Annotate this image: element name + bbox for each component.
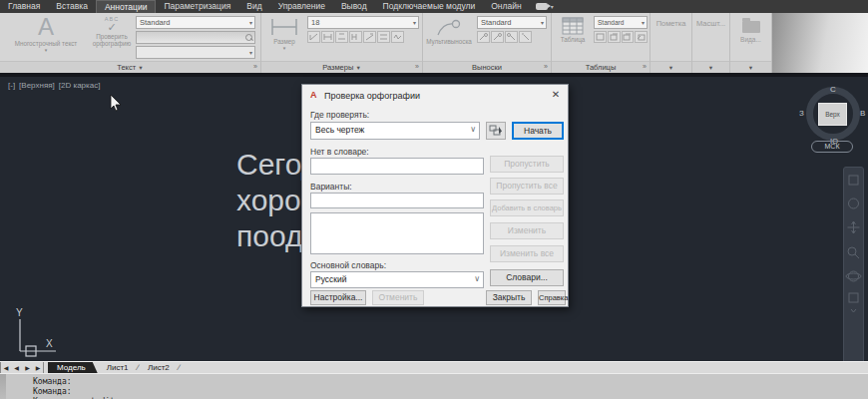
panel-markup-footer[interactable]: ▼ [651,61,691,73]
dim-tool-button[interactable] [377,31,390,43]
suggestions-listbox[interactable] [310,212,484,254]
tab-model[interactable]: Модель [48,362,98,373]
tab-layout1[interactable]: Лист1 [98,362,138,373]
ignore-button[interactable]: Пропустить [490,156,564,173]
panel-dimensions-footer[interactable]: Размеры ▼ » [261,61,422,73]
panel-text-footer[interactable]: Текст ▼ » [0,61,260,73]
dialog-title: Проверка орфографии [324,91,420,101]
close-icon[interactable]: ✕ [550,89,562,101]
markup-label[interactable]: Пометка [651,19,691,28]
tab-layout2[interactable]: Лист2 [139,362,179,373]
suggestions-label: Варианты: [310,182,352,192]
table-style-select[interactable]: Standard ▾ [594,16,648,29]
close-button[interactable]: Закрыть [486,290,532,305]
scale-label[interactable]: Масшт... [692,19,729,28]
spellcheck-dialog-icon: А [310,90,321,101]
add-to-dictionary-button[interactable]: Добавить в словарь [490,200,564,216]
ignore-all-button[interactable]: Пропустить все [490,178,564,195]
viewcube-top-face[interactable]: Верх [818,103,847,126]
command-line-grip[interactable] [0,374,6,399]
start-button[interactable]: Начать [512,122,564,140]
tab-online[interactable]: Онлайн [483,0,529,13]
help-button[interactable]: Справка [538,290,566,305]
table-button[interactable]: Таблица [554,17,592,43]
panel-scale: Масшт... ▼ [692,13,730,73]
panel-markup: Пометка ▼ [651,13,692,73]
change-button[interactable]: Изменить [490,222,564,239]
tab-output[interactable]: Вывод [333,0,375,13]
flyout-arrow-icon: ▼ [138,65,143,71]
panel-expand-icon[interactable]: » [643,62,647,72]
viewcube-east[interactable]: В [860,109,865,118]
viewport-visualstyle-control[interactable]: [2D каркас] [59,81,101,90]
dictionaries-button[interactable]: Словари... [490,269,564,286]
multileader-button[interactable]: Мультивыноска [425,17,473,45]
mouse-cursor-icon [110,94,123,113]
main-dictionary-select[interactable]: Русский ∨ [310,271,484,288]
undo-button[interactable]: Отменить [372,290,424,305]
settings-button[interactable]: Настройка... [310,290,366,305]
command-line-panel[interactable]: Команда: Команда: Команда: _mtedit [0,373,868,399]
viewport-minimize-control[interactable]: [-] [8,81,15,90]
leader-tool-button[interactable] [505,31,518,43]
prev-layout-button[interactable]: ◀ [11,362,22,373]
panel-leaders-footer[interactable]: Выноски » [423,61,551,73]
next-layout-button[interactable]: ▶ [22,362,33,373]
tab-insert[interactable]: Вставка [48,0,96,13]
panel-text-title: Текст [117,63,136,72]
annotation-scale-select[interactable]: ▾ [136,46,255,59]
leader-tool-button[interactable] [477,31,490,43]
table-tool-button[interactable] [594,31,607,43]
text-style-select[interactable]: Standard ▾ [136,16,255,29]
find-text-input[interactable] [136,31,255,44]
viewcube-west[interactable]: З [799,109,804,118]
tab-view[interactable]: Вид [238,0,269,13]
dialog-titlebar[interactable]: А Проверка орфографии ✕ [302,85,568,105]
dim-tool-button[interactable] [391,31,404,43]
dim-tool-button[interactable] [335,31,348,43]
layout-tab-bar: ◀ ◀ ▶ ▶ Модель Лист1 ∕ Лист2 ∕ [0,361,868,373]
select-objects-button[interactable] [486,122,506,140]
chevron-down-icon: ▾ [249,17,252,29]
panel-expand-icon[interactable]: » [415,62,419,72]
tab-parametric[interactable]: Параметризация [156,0,238,13]
not-in-dictionary-field[interactable] [310,158,484,175]
viewport-view-control[interactable]: [Верхняя] [19,81,55,90]
wcs-button[interactable]: МСК [811,141,853,153]
tab-manage[interactable]: Управление [270,0,333,13]
panel-scale-footer[interactable]: ▼ [692,61,729,73]
last-layout-button[interactable]: ▶ [33,362,44,373]
spellcheck-button[interactable]: ABC ✓ Проверить орфографию [90,16,134,47]
screen-capture-control[interactable]: ▾ [536,3,554,10]
views-button[interactable]: Вида... [730,21,771,43]
dimension-button[interactable]: Размер ▾ [265,17,303,51]
dim-style-select[interactable]: 18 ▾ [307,16,419,29]
mtext-label: Многострочный текст [4,40,88,47]
leader-style-select[interactable]: Standard ▾ [477,16,547,29]
dim-tool-button[interactable] [321,31,334,43]
viewcube-north[interactable]: С [830,85,836,94]
change-all-button[interactable]: Изменить все [490,245,564,262]
tab-home[interactable]: Главная [0,0,48,13]
panel-views-footer[interactable]: ▼ [730,61,771,73]
table-tool-button[interactable] [608,31,621,43]
panel-tables-footer[interactable]: Таблицы » [552,61,650,73]
table-style-value: Standard [598,19,624,26]
mtext-button[interactable]: А Многострочный текст ▾ [4,15,88,53]
table-tool-button[interactable] [635,31,648,43]
tab-plugins[interactable]: Подключаемые модули [375,0,484,13]
leader-tool-button[interactable] [491,31,504,43]
where-select[interactable]: Весь чертеж ∨ [310,122,480,140]
first-layout-button[interactable]: ◀ [0,362,11,373]
dim-tool-button[interactable] [363,31,376,43]
suggestion-field[interactable] [310,193,484,208]
dim-tool-button[interactable] [349,31,362,43]
panel-expand-icon[interactable]: » [253,62,257,72]
panel-expand-icon[interactable]: » [544,62,548,72]
dim-style-value: 18 [311,18,319,27]
tab-annotate[interactable]: Аннотации [96,0,157,13]
dim-tool-button[interactable] [307,31,320,43]
table-tool-button[interactable] [622,31,635,43]
panel-tables-title: Таблицы [586,63,617,72]
leader-tool-button[interactable] [519,31,532,43]
